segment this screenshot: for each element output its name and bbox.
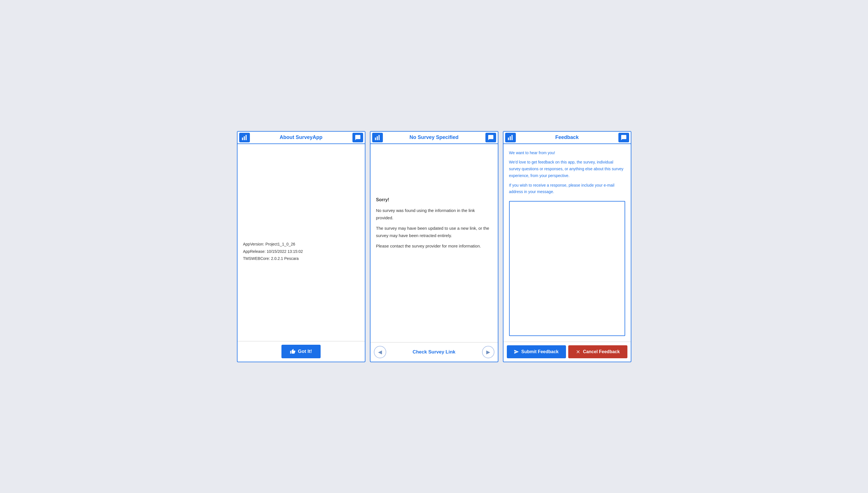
no-survey-line1: No survey was found using the informatio… (376, 207, 492, 221)
no-survey-line3: Please contact the survey provider for m… (376, 242, 492, 250)
check-survey-button[interactable]: Check Survey Link (388, 346, 480, 358)
feedback-footer: Submit Feedback Cancel Feedback (504, 342, 631, 362)
cancel-feedback-button[interactable]: Cancel Feedback (568, 345, 627, 358)
no-survey-panel: No Survey Specified Sorry! No survey was… (370, 131, 498, 362)
check-survey-footer: ◀ Check Survey Link ▶ (374, 346, 494, 358)
app-release: AppRelease: 10/15/2022 13:15:02 (243, 248, 359, 255)
svg-rect-4 (377, 136, 378, 140)
feedback-bubble-icon (355, 134, 361, 141)
close-icon (576, 349, 581, 354)
no-survey-line2: The survey may have been updated to use … (376, 224, 492, 239)
app-version: AppVersion: Project1_1_0_26 (243, 241, 359, 248)
svg-rect-7 (510, 136, 511, 140)
feedback-panel: Feedback We want to hear from you! We'd … (503, 131, 631, 362)
about-footer: Got It! (238, 341, 365, 362)
screen-container: About SurveyApp AppVersion: Project1_1_0… (237, 131, 631, 362)
feedback-intro: We want to hear from you! We'd love to g… (509, 150, 625, 198)
feedback-textarea[interactable] (509, 201, 625, 336)
bar-chart-icon-3 (507, 134, 514, 141)
got-it-label: Got It! (298, 349, 312, 354)
prev-arrow-button[interactable]: ◀ (374, 346, 386, 358)
feedback-header: Feedback (504, 132, 631, 144)
svg-rect-0 (242, 137, 243, 140)
sorry-title: Sorry! (376, 196, 492, 203)
about-feedback-btn[interactable] (352, 133, 363, 142)
feedback-intro2: We'd love to get feedback on this app, t… (509, 159, 625, 179)
feedback-bar-chart-btn[interactable] (505, 133, 516, 142)
feedback-body: We want to hear from you! We'd love to g… (504, 144, 631, 342)
got-it-button[interactable]: Got It! (282, 345, 320, 358)
svg-rect-5 (378, 135, 379, 140)
bar-chart-icon (241, 134, 248, 141)
thumbs-up-icon (290, 349, 295, 354)
submit-feedback-label: Submit Feedback (521, 349, 558, 354)
feedback-title: Feedback (517, 134, 617, 141)
feedback-intro1: We want to hear from you! (509, 150, 625, 156)
no-survey-content: Sorry! No survey was found using the inf… (376, 150, 492, 253)
feedback-intro3: If you wish to receive a response, pleas… (509, 182, 625, 196)
bar-chart-icon-2 (374, 134, 381, 141)
feedback-content: We want to hear from you! We'd love to g… (509, 150, 625, 336)
svg-rect-2 (245, 135, 246, 140)
svg-rect-3 (375, 137, 376, 140)
tms-web-core: TMSWEBCore: 2.0.2.1 Pescara (243, 255, 359, 262)
arrow-right-icon: ▶ (486, 349, 490, 355)
no-survey-feedback-btn[interactable] (485, 133, 496, 142)
about-body: AppVersion: Project1_1_0_26 AppRelease: … (238, 144, 365, 341)
feedback-bubble-icon-3 (621, 134, 627, 141)
no-survey-footer: ◀ Check Survey Link ▶ (371, 342, 498, 362)
feedback-bubble-icon-2 (488, 134, 494, 141)
feedback-bubble-btn[interactable] (618, 133, 629, 142)
svg-rect-1 (244, 136, 245, 140)
about-header: About SurveyApp (238, 132, 365, 144)
submit-feedback-button[interactable]: Submit Feedback (507, 345, 566, 358)
about-panel: About SurveyApp AppVersion: Project1_1_0… (237, 131, 365, 362)
arrow-left-icon: ◀ (378, 349, 382, 355)
no-survey-title: No Survey Specified (384, 134, 484, 141)
no-survey-bar-chart-btn[interactable] (372, 133, 383, 142)
no-survey-header: No Survey Specified (371, 132, 498, 144)
about-title: About SurveyApp (251, 134, 351, 141)
send-icon (514, 349, 519, 354)
feedback-footer-buttons: Submit Feedback Cancel Feedback (507, 345, 627, 358)
about-info: AppVersion: Project1_1_0_26 AppRelease: … (243, 241, 359, 262)
svg-rect-6 (508, 137, 509, 140)
about-bar-chart-btn[interactable] (239, 133, 250, 142)
svg-rect-8 (511, 135, 512, 140)
cancel-feedback-label: Cancel Feedback (583, 349, 620, 354)
no-survey-body: Sorry! No survey was found using the inf… (371, 144, 498, 342)
next-arrow-button[interactable]: ▶ (482, 346, 494, 358)
